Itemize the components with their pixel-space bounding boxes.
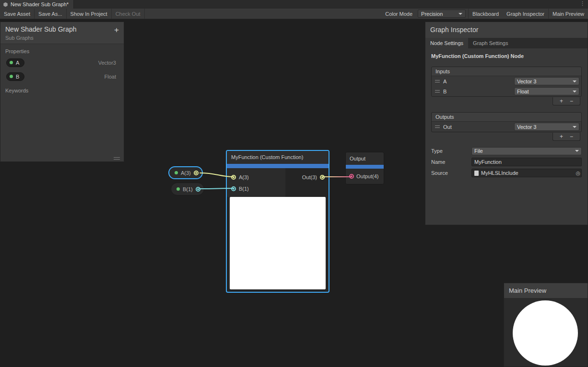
input-port-b[interactable]: [231, 186, 236, 191]
check-out-button[interactable]: Check Out: [112, 9, 145, 19]
main-preview-header[interactable]: Main Preview: [504, 283, 588, 298]
input-port-a-label: A(3): [239, 174, 249, 180]
main-preview-body[interactable]: [504, 298, 588, 367]
property-pill-b[interactable]: B: [6, 72, 24, 81]
output-out-type-value: Vector 3: [517, 124, 536, 130]
file-icon: [474, 171, 479, 176]
tab-graph-settings[interactable]: Graph Settings: [468, 38, 513, 48]
blackboard-toggle-button[interactable]: Blackboard: [468, 9, 503, 19]
graph-inspector-toggle-button[interactable]: Graph Inspector: [503, 9, 549, 19]
output-port-label: Out(3): [302, 174, 317, 180]
property-dot-icon: [175, 171, 178, 174]
source-value: MyHLSLInclude: [481, 170, 518, 176]
unity-asset-icon: [3, 2, 8, 7]
property-dot-icon: [10, 61, 13, 64]
property-a-type: Vector3: [98, 60, 116, 66]
chevron-down-icon: [575, 150, 579, 152]
source-field-row: Source MyHLSLInclude ◎: [431, 169, 582, 177]
custom-function-node-ports: A(3) B(1) Out(3): [227, 168, 329, 197]
object-picker-icon[interactable]: ◎: [576, 171, 580, 176]
input-ports-column: A(3) B(1): [227, 168, 285, 197]
input-a-name: A: [443, 79, 447, 84]
save-asset-button[interactable]: Save Asset: [0, 9, 35, 19]
custom-function-node[interactable]: MyFunction (Custom Function) A(3) B(1) O…: [226, 150, 329, 293]
subgraph-output-node[interactable]: Output Output(4): [345, 152, 384, 184]
input-port-row-a: A(3): [227, 172, 285, 183]
add-input-button[interactable]: +: [560, 98, 563, 104]
toolbar: Save Asset Save As... Show In Project Ch…: [0, 9, 588, 19]
output-node-port[interactable]: [349, 174, 354, 179]
inputs-row-a[interactable]: A Vector 3: [432, 76, 581, 86]
precision-color-bar: [346, 165, 384, 169]
node-preview: [230, 197, 326, 289]
name-input[interactable]: MyFunction: [471, 158, 582, 166]
property-node-b-port[interactable]: [196, 187, 200, 192]
tab-node-settings[interactable]: Node Settings: [425, 38, 468, 48]
document-tab[interactable]: New Shader Sub Graph*: [0, 0, 74, 9]
document-tab-title: New Shader Sub Graph*: [11, 1, 69, 7]
type-field-row: Type File: [431, 147, 582, 155]
blackboard-subtitle: Sub Graphs: [5, 35, 119, 41]
input-port-b-label: B(1): [239, 186, 249, 192]
property-dot-icon: [176, 187, 180, 191]
input-a-type-value: Vector 3: [517, 79, 536, 84]
window-tab-bar: New Shader Sub Graph* ⋮: [0, 0, 588, 9]
property-node-b[interactable]: B(1): [171, 183, 204, 195]
inputs-list-header: Inputs: [432, 67, 581, 76]
main-preview-toggle-button[interactable]: Main Preview: [549, 9, 588, 19]
property-b-type: Float: [105, 74, 116, 80]
input-port-a[interactable]: [231, 175, 236, 180]
property-a-name: A: [16, 60, 19, 66]
type-dropdown[interactable]: File: [471, 147, 582, 155]
chevron-down-icon: [573, 80, 576, 82]
input-port-row-b: B(1): [227, 183, 285, 195]
input-a-type-dropdown[interactable]: Vector 3: [514, 77, 579, 85]
property-node-a[interactable]: A(3): [168, 166, 203, 179]
output-node-port-label: Output(4): [356, 173, 378, 179]
property-node-a-port[interactable]: [194, 171, 199, 175]
source-object-field[interactable]: MyHLSLInclude ◎: [471, 169, 582, 177]
add-output-button[interactable]: +: [560, 133, 563, 140]
output-port-out[interactable]: [320, 175, 325, 180]
drag-handle-icon[interactable]: [435, 80, 440, 82]
show-in-project-button[interactable]: Show In Project: [67, 9, 112, 19]
blackboard-property-row[interactable]: A Vector3: [0, 56, 124, 69]
keywords-section-label: Keywords: [0, 83, 124, 95]
drag-handle-icon[interactable]: [435, 90, 440, 92]
output-out-name: Out: [443, 124, 452, 130]
inputs-list: Inputs A Vector 3 B Float: [431, 67, 582, 97]
blackboard-panel: New Shader Sub Graph Sub Graphs + Proper…: [0, 22, 124, 162]
output-node-title: Output: [346, 152, 384, 165]
output-port-row: Out(3): [302, 172, 325, 183]
main-preview-panel: Main Preview: [504, 283, 588, 367]
input-b-type-value: Float: [517, 89, 529, 94]
color-mode-value: Precision: [421, 11, 443, 17]
input-b-name: B: [443, 89, 447, 94]
outputs-list: Outputs Out Vector 3: [431, 112, 582, 132]
drag-handle-icon[interactable]: [435, 126, 440, 128]
property-pill-a[interactable]: A: [6, 58, 24, 67]
inputs-list-footer: + −: [553, 97, 580, 105]
source-label: Source: [431, 170, 471, 176]
outputs-row-out[interactable]: Out Vector 3: [432, 122, 581, 132]
inputs-row-b[interactable]: B Float: [432, 86, 581, 96]
tab-overflow-icon[interactable]: ⋮: [580, 0, 586, 7]
color-mode-dropdown[interactable]: Precision: [418, 10, 466, 18]
chevron-down-icon: [573, 91, 576, 92]
property-node-b-label: B(1): [183, 186, 193, 192]
name-field-row: Name MyFunction: [431, 158, 582, 166]
graph-inspector-header[interactable]: Graph Inspector: [425, 22, 588, 38]
add-property-button[interactable]: +: [114, 27, 119, 34]
remove-input-button[interactable]: −: [570, 98, 573, 104]
remove-output-button[interactable]: −: [570, 133, 573, 140]
outputs-list-header: Outputs: [432, 113, 581, 122]
blackboard-resize-handle[interactable]: [114, 157, 120, 160]
precision-color-bar: [227, 164, 329, 168]
name-label: Name: [431, 159, 471, 165]
blackboard-property-row[interactable]: B Float: [0, 69, 124, 83]
output-out-type-dropdown[interactable]: Vector 3: [514, 123, 579, 131]
save-as-button[interactable]: Save As...: [35, 9, 67, 19]
blackboard-header[interactable]: New Shader Sub Graph Sub Graphs +: [0, 22, 124, 44]
graph-canvas[interactable]: A(3) B(1) MyFunction (Custom Function) A…: [0, 19, 588, 367]
input-b-type-dropdown[interactable]: Float: [514, 87, 579, 95]
